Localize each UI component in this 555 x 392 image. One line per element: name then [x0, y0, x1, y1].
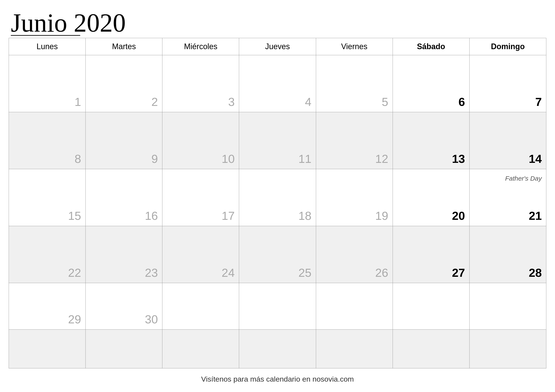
- day-number: 11: [243, 152, 311, 165]
- cell-content: [167, 333, 234, 365]
- day-number: 9: [90, 152, 158, 165]
- column-header-martes: Martes: [86, 38, 162, 55]
- day-number: 25: [243, 266, 311, 279]
- calendar-cell: 10: [162, 112, 239, 169]
- cell-content: 18: [243, 173, 311, 222]
- cell-content: [243, 286, 311, 326]
- calendar-cell: [393, 329, 469, 368]
- day-number: 29: [13, 313, 81, 326]
- calendar-cell: 19: [316, 169, 393, 226]
- column-header-sabado: Sábado: [393, 38, 469, 55]
- calendar-cell: 6: [393, 55, 469, 112]
- day-number: 18: [243, 209, 311, 222]
- calendar-cell: 28: [469, 226, 546, 283]
- calendar-cell: 11: [239, 112, 316, 169]
- cell-content: 17: [167, 173, 234, 222]
- calendar-cell: [393, 283, 469, 329]
- day-number: 21: [474, 209, 542, 222]
- calendar-cell: [162, 329, 239, 368]
- calendar-cell: [469, 283, 546, 329]
- cell-content: [321, 333, 388, 365]
- cell-content: 26: [321, 229, 388, 279]
- cell-content: [243, 333, 311, 365]
- cell-content: 19: [321, 173, 388, 222]
- day-number: 6: [397, 95, 465, 108]
- calendar-cell: 2: [86, 55, 162, 112]
- cell-content: 1: [13, 59, 81, 108]
- day-number: 26: [321, 266, 388, 279]
- day-number: 4: [243, 95, 311, 108]
- day-number: 13: [397, 152, 465, 165]
- cell-content: 12: [321, 116, 388, 165]
- day-number: 20: [397, 209, 465, 222]
- week-row-3: 151617181920Father's Day21: [9, 169, 546, 226]
- week-row-6: [9, 329, 546, 368]
- calendar-cell: 23: [86, 226, 162, 283]
- calendar-cell: 16: [86, 169, 162, 226]
- cell-content: 13: [397, 116, 465, 165]
- calendar-cell: 26: [316, 226, 393, 283]
- cell-content: 27: [397, 229, 465, 279]
- calendar-cell: 7: [469, 55, 546, 112]
- calendar-cell: 9: [86, 112, 162, 169]
- calendar-cell: 29: [9, 283, 86, 329]
- day-number: 24: [167, 266, 234, 279]
- day-number: 27: [397, 266, 465, 279]
- calendar-cell: 24: [162, 226, 239, 283]
- day-number: 2: [90, 95, 158, 108]
- day-number: 23: [90, 266, 158, 279]
- cell-content: [474, 333, 542, 365]
- column-header-viernes: Viernes: [316, 38, 393, 55]
- cell-content: 3: [167, 59, 234, 108]
- calendar-cell: 12: [316, 112, 393, 169]
- calendar-cell: 27: [393, 226, 469, 283]
- event-label: Father's Day: [505, 175, 542, 182]
- header-row: LunesMartesMiércolesJuevesViernesSábadoD…: [9, 38, 546, 55]
- calendar-cell: 17: [162, 169, 239, 226]
- cell-content: 6: [397, 59, 465, 108]
- calendar-cell: 25: [239, 226, 316, 283]
- day-number: 8: [13, 152, 81, 165]
- calendar-cell: 20: [393, 169, 469, 226]
- calendar-cell: 5: [316, 55, 393, 112]
- cell-content: [90, 333, 158, 365]
- calendar-cell: 30: [86, 283, 162, 329]
- cell-content: 15: [13, 173, 81, 222]
- cell-content: 10: [167, 116, 234, 165]
- week-row-5: 2930: [9, 283, 546, 329]
- week-row-4: 22232425262728: [9, 226, 546, 283]
- cell-content: 2: [90, 59, 158, 108]
- calendar-cell: [469, 329, 546, 368]
- day-number: 12: [321, 152, 388, 165]
- calendar-cell: 14: [469, 112, 546, 169]
- calendar-cell: 8: [9, 112, 86, 169]
- cell-content: Father's Day21: [474, 173, 542, 222]
- day-number: 22: [13, 266, 81, 279]
- day-number: 30: [90, 313, 158, 326]
- calendar-cell: 22: [9, 226, 86, 283]
- cell-content: 23: [90, 229, 158, 279]
- cell-content: 25: [243, 229, 311, 279]
- cell-content: 5: [321, 59, 388, 108]
- day-number: 10: [167, 152, 234, 165]
- calendar-cell: [162, 283, 239, 329]
- cell-content: 24: [167, 229, 234, 279]
- cell-content: 30: [90, 286, 158, 326]
- calendar-cell: [316, 329, 393, 368]
- calendar-cell: 4: [239, 55, 316, 112]
- day-number: 17: [167, 209, 234, 222]
- calendar-cell: 1: [9, 55, 86, 112]
- week-row-2: 891011121314: [9, 112, 546, 169]
- calendar-title-container: Junio 2020: [9, 9, 546, 36]
- calendar-cell: 15: [9, 169, 86, 226]
- cell-content: [397, 286, 465, 326]
- day-number: 14: [474, 152, 542, 165]
- column-header-domingo: Domingo: [469, 38, 546, 55]
- cell-content: [13, 333, 81, 365]
- calendar-cell: [239, 329, 316, 368]
- calendar-cell: [239, 283, 316, 329]
- calendar-wrapper: LunesMartesMiércolesJuevesViernesSábadoD…: [9, 38, 546, 368]
- cell-content: 11: [243, 116, 311, 165]
- cell-content: 7: [474, 59, 542, 108]
- calendar-cell: 13: [393, 112, 469, 169]
